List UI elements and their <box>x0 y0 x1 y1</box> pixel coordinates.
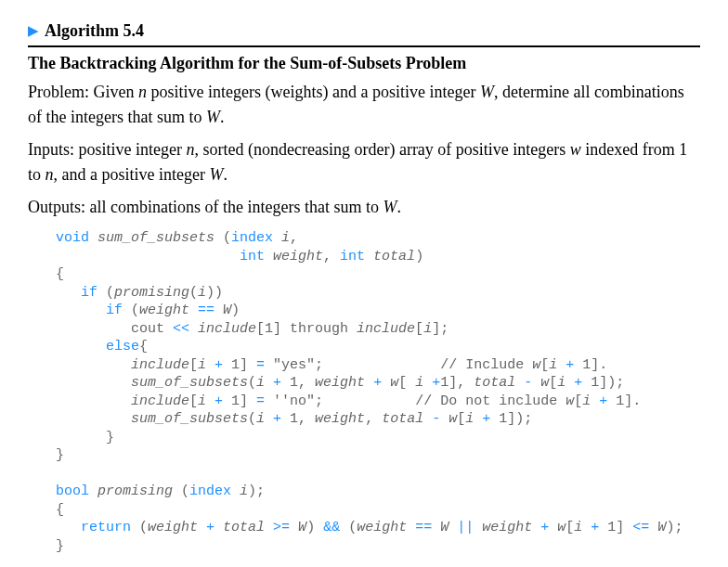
var: total <box>214 520 273 535</box>
var: W <box>432 520 457 535</box>
var: i <box>574 520 591 535</box>
inputs-statement: Inputs: positive integer n, sorted (nond… <box>28 137 700 187</box>
c: 1] <box>599 520 632 535</box>
var: i <box>273 230 290 246</box>
var: i <box>423 321 432 337</box>
var: weight <box>148 520 206 535</box>
text: , and a positive integer <box>54 165 210 184</box>
c: } <box>56 538 64 554</box>
op: + <box>599 393 607 409</box>
c: ); <box>248 483 265 499</box>
c: ( <box>340 520 357 535</box>
c: ( <box>223 230 231 246</box>
c: 1] <box>223 357 256 373</box>
var-n: n <box>46 165 54 184</box>
triangle-icon: ▶ <box>28 20 39 42</box>
op: == <box>415 520 432 535</box>
c: { <box>56 502 64 518</box>
c: [ <box>549 375 557 391</box>
op: == <box>198 303 214 318</box>
c: ); <box>666 520 682 535</box>
var: i <box>415 375 432 391</box>
var: W <box>649 520 666 535</box>
var: i <box>198 285 206 301</box>
c: ) <box>231 303 240 318</box>
outputs-statement: Outputs: all combinations of the integer… <box>28 195 700 220</box>
c: [ <box>566 520 574 535</box>
op: + <box>540 520 549 535</box>
var: i <box>557 375 574 391</box>
c: ( <box>181 483 189 499</box>
var: i <box>465 411 482 427</box>
problem-statement: Problem: Given n positive integers (weig… <box>28 80 700 130</box>
c: 1]); <box>582 375 624 391</box>
op: = <box>256 393 265 409</box>
c: [ <box>457 411 465 427</box>
c: ( <box>248 375 256 391</box>
op: + <box>566 357 574 373</box>
op: || <box>457 520 474 535</box>
kw-void: void <box>56 230 89 246</box>
var: W <box>290 520 306 535</box>
var: weight <box>265 249 323 264</box>
c: 1]. <box>574 357 607 373</box>
c <box>56 393 131 409</box>
var: total <box>474 375 524 391</box>
c <box>56 411 131 427</box>
op: - <box>432 411 440 427</box>
op: + <box>373 375 382 391</box>
op: + <box>591 520 599 535</box>
c: 1, <box>281 411 315 427</box>
c <box>56 339 106 354</box>
c: ( <box>189 285 198 301</box>
algorithm-number: Algorithm 5.4 <box>45 19 144 44</box>
kw-int: int <box>240 249 265 264</box>
c: ( <box>123 303 139 318</box>
var: weight <box>315 411 365 427</box>
var: w <box>440 411 457 427</box>
var: total <box>365 249 415 264</box>
var: w <box>382 375 398 391</box>
fn-name: promising <box>114 285 189 301</box>
var-n: n <box>138 83 147 101</box>
divider-top <box>28 45 700 47</box>
var: include <box>131 357 189 373</box>
op: + <box>273 411 281 427</box>
text: . <box>396 198 401 216</box>
text: Inputs: positive integer <box>28 140 186 159</box>
var: weight <box>315 375 373 391</box>
kw-else: else <box>106 339 139 354</box>
op: && <box>323 520 340 535</box>
fn-name: promising <box>89 483 181 499</box>
op: <= <box>632 520 649 535</box>
var: W <box>214 303 231 318</box>
var: i <box>198 357 214 373</box>
c <box>56 303 106 318</box>
c: ( <box>248 411 256 427</box>
kw-return: return <box>81 520 131 535</box>
c: ( <box>98 285 114 301</box>
text: Problem: Given <box>28 83 138 101</box>
var: weight <box>139 303 198 318</box>
kw-index: index <box>189 483 231 499</box>
c <box>56 520 81 535</box>
c: } <box>56 447 64 463</box>
c: [ <box>540 357 549 373</box>
c: 1]. <box>607 393 641 409</box>
c <box>56 357 131 373</box>
c: } <box>56 430 114 445</box>
algorithm-name: The Backtracking Algorithm for the Sum-o… <box>28 51 700 76</box>
var-w: w <box>570 140 581 159</box>
text: Outputs: all combinations of the integer… <box>28 198 383 216</box>
var-W: W <box>480 83 494 101</box>
var: i <box>256 411 273 427</box>
var: i <box>582 393 599 409</box>
var-W: W <box>209 165 223 184</box>
op: + <box>432 375 440 391</box>
op: = <box>256 357 265 373</box>
var: i <box>549 357 566 373</box>
c: ( <box>131 520 148 535</box>
c: ]; <box>432 321 448 337</box>
fn-name: sum_of_subsets <box>89 230 223 246</box>
kw-if: if <box>81 285 98 301</box>
